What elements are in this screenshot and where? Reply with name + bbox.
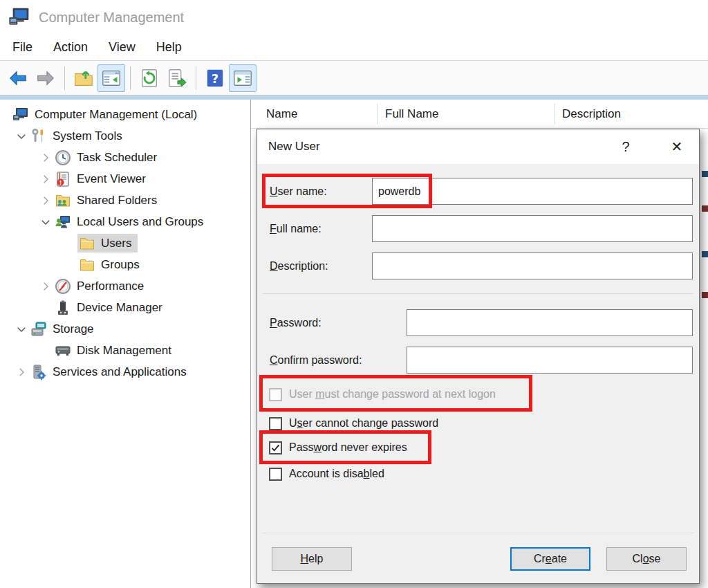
dialog-titlebar: New User ? ✕ xyxy=(257,129,699,164)
column-divider xyxy=(555,104,555,125)
tree-item-body: Task Scheduler xyxy=(53,148,163,167)
tree-item-local-users-and-groups[interactable]: Local Users and Groups xyxy=(0,211,250,232)
tree-item-disk-management[interactable]: Disk Management xyxy=(0,340,250,361)
tree-item-body: Device Manager xyxy=(53,298,169,317)
tree-item-body: Computer Management (Local) xyxy=(11,105,203,124)
tree-item-body: System Tools xyxy=(29,127,129,145)
tree-item-task-scheduler[interactable]: Task Scheduler xyxy=(0,147,250,168)
tree-item-label: Computer Management (Local) xyxy=(35,108,197,122)
help-button[interactable]: Help xyxy=(272,547,352,571)
username-field[interactable] xyxy=(372,178,693,205)
menu-help[interactable]: Help xyxy=(156,35,182,59)
confirm-password-field[interactable] xyxy=(407,347,693,374)
create-button-label: Create xyxy=(534,553,567,565)
help-icon: ? xyxy=(205,68,225,89)
tree-item-label: Event Viewer xyxy=(77,172,146,186)
dialog-title: New User xyxy=(268,129,320,164)
toolbar-show-console-tree-button[interactable] xyxy=(97,64,125,92)
shared-folders-icon xyxy=(55,192,71,209)
column-header-name[interactable]: Name xyxy=(266,100,297,128)
tree-item-computer-management-local[interactable]: Computer Management (Local) xyxy=(0,104,250,125)
tree-item-body: Performance xyxy=(53,277,150,295)
tree-item-groups[interactable]: Groups xyxy=(0,254,250,275)
tree-item-body: Shared Folders xyxy=(53,191,163,210)
tree-item-users[interactable]: Users xyxy=(0,232,250,254)
cannot-change-password-checkbox[interactable] xyxy=(269,417,282,430)
toolbar-up-one-level-button[interactable] xyxy=(70,64,97,92)
tree-item-label: Task Scheduler xyxy=(77,151,157,165)
tree-item-label: Users xyxy=(101,237,131,250)
disk-management-icon xyxy=(55,342,71,359)
close-icon[interactable]: ✕ xyxy=(664,129,690,164)
tree-item-body: Groups xyxy=(77,255,146,274)
chevron-right-icon[interactable] xyxy=(38,280,53,293)
close-button-label: Close xyxy=(633,553,661,565)
list-item-icon-fragment xyxy=(702,292,708,298)
list-item-icon-fragment xyxy=(702,205,708,212)
dialog-separator xyxy=(263,293,693,294)
toolbar-forward-button[interactable] xyxy=(32,64,59,92)
toolbar-export-list-button[interactable] xyxy=(163,64,191,92)
tree-item-label: Shared Folders xyxy=(77,194,157,208)
account-disabled-checkbox[interactable] xyxy=(269,468,282,481)
task-scheduler-icon xyxy=(55,149,71,166)
cannot-change-password-checkbox-label: User cannot change password xyxy=(289,417,438,430)
password-never-expires-checkbox-label: Password never expires xyxy=(289,441,407,454)
system-tools-icon xyxy=(30,128,47,145)
tree-item-system-tools[interactable]: System Tools xyxy=(0,125,250,147)
chevron-down-icon[interactable] xyxy=(38,216,53,228)
folder-icon xyxy=(79,257,95,273)
chevron-right-icon[interactable] xyxy=(38,194,53,207)
password-never-expires-checkbox-row: Password never expires xyxy=(269,440,407,455)
description-label: Description: xyxy=(270,252,328,279)
tree-item-event-viewer[interactable]: Event Viewer xyxy=(0,168,250,190)
must-change-password-checkbox xyxy=(269,388,282,401)
toolbar-back-button[interactable] xyxy=(4,64,32,92)
window-title: Computer Management xyxy=(39,0,184,35)
tree-item-label: Disk Management xyxy=(77,344,171,358)
menu-view[interactable]: View xyxy=(109,35,136,59)
toolbar-help-button[interactable]: ? xyxy=(201,64,229,92)
toolbar-show-action-pane-button[interactable] xyxy=(229,64,257,92)
column-header-description[interactable]: Description xyxy=(562,100,621,128)
chevron-down-icon[interactable] xyxy=(14,323,29,336)
close-button[interactable]: Close xyxy=(606,547,687,571)
tree-item-label: Device Manager xyxy=(77,301,162,315)
tree-item-services-and-applications[interactable]: Services and Applications xyxy=(0,361,250,383)
list-item-icon-fragment xyxy=(702,251,708,257)
tree-item-device-manager[interactable]: Device Manager xyxy=(0,297,250,318)
chevron-right-icon[interactable] xyxy=(38,173,53,185)
toolbar-refresh-button[interactable] xyxy=(136,64,163,92)
confirm-password-label: Confirm password: xyxy=(270,347,362,374)
device-manager-icon xyxy=(55,300,71,316)
fullname-field[interactable] xyxy=(372,215,693,242)
column-header-full-name[interactable]: Full Name xyxy=(385,100,438,128)
console-tree-icon xyxy=(101,68,122,89)
create-button[interactable]: Create xyxy=(510,547,590,571)
folder-icon xyxy=(79,235,95,252)
toolbar-separator xyxy=(130,66,131,90)
password-never-expires-checkbox[interactable] xyxy=(269,441,282,454)
tree-item-storage[interactable]: Storage xyxy=(0,318,250,340)
password-field[interactable] xyxy=(407,309,693,336)
console-tree-panel: Computer Management (Local)System ToolsT… xyxy=(0,100,250,588)
chevron-right-icon[interactable] xyxy=(38,151,53,164)
tree-item-body: Disk Management xyxy=(53,341,178,360)
export-list-icon xyxy=(167,68,187,89)
tree-item-body: Services and Applications xyxy=(29,362,193,381)
dialog-separator xyxy=(263,533,693,533)
window-titlebar: Computer Management xyxy=(0,0,708,35)
users-groups-icon xyxy=(55,214,71,230)
tree-item-performance[interactable]: Performance xyxy=(0,275,250,297)
menu-file[interactable]: File xyxy=(12,35,32,59)
back-icon xyxy=(8,68,28,89)
chevron-right-icon[interactable] xyxy=(14,366,29,378)
chevron-down-icon[interactable] xyxy=(14,130,29,143)
account-disabled-checkbox-row: Account is disabled xyxy=(269,466,384,481)
tree-item-body: Event Viewer xyxy=(53,169,152,188)
menu-action[interactable]: Action xyxy=(53,35,88,59)
tree-item-shared-folders[interactable]: Shared Folders xyxy=(0,190,250,211)
description-field[interactable] xyxy=(372,252,693,279)
dialog-help-button[interactable]: ? xyxy=(614,129,637,164)
cannot-change-password-checkbox-row: User cannot change password xyxy=(269,416,438,431)
